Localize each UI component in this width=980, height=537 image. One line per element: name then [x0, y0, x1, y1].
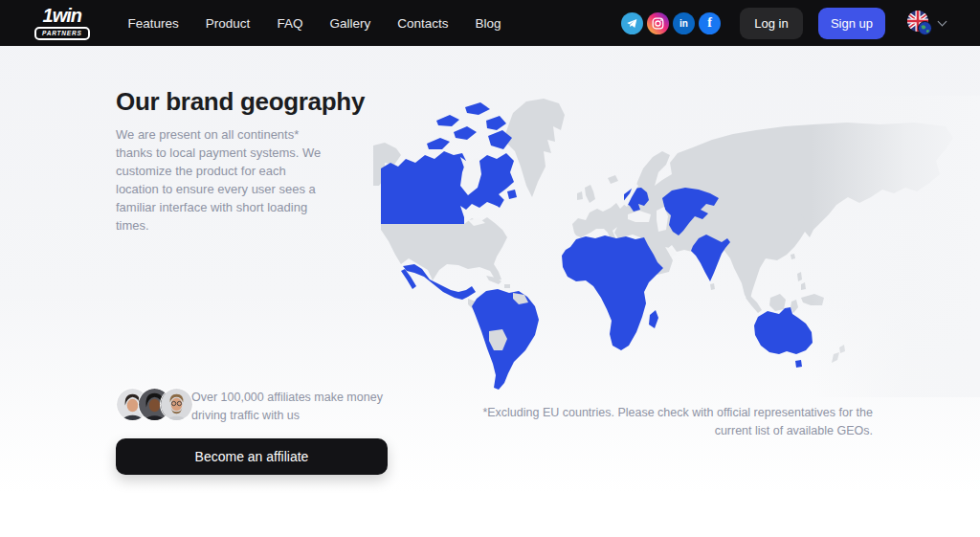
map-region-iceland — [608, 175, 618, 184]
map-region-sulawesi — [791, 300, 798, 313]
map-region-australia — [754, 307, 813, 354]
map-region-new-zealand — [832, 345, 845, 363]
nav-item-features[interactable]: Features — [128, 16, 179, 31]
map-region-borneo — [769, 294, 786, 311]
map-region-new-guinea — [801, 294, 824, 305]
map-region-usa — [381, 217, 507, 280]
nav-item-product[interactable]: Product — [206, 16, 251, 31]
logo-badge: PARTNERS — [34, 27, 90, 40]
map-region-sri-lanka — [710, 283, 715, 290]
nav-item-gallery[interactable]: Gallery — [329, 16, 370, 31]
map-region-tasmania — [795, 360, 802, 368]
become-affiliate-button[interactable]: Become an affiliate — [116, 438, 388, 475]
map-region-sumatra — [746, 295, 762, 313]
map-region-canada — [381, 151, 514, 224]
globe-icon — [919, 22, 932, 35]
instagram-icon[interactable] — [647, 12, 669, 34]
nav-item-contacts[interactable]: Contacts — [397, 16, 448, 31]
language-selector[interactable] — [906, 10, 946, 36]
map-region-taiwan — [791, 254, 795, 259]
map-region-philippines — [797, 272, 806, 290]
top-navigation-bar: 1win PARTNERS Features Product FAQ Galle… — [0, 0, 980, 46]
uk-flag-icon — [906, 10, 933, 36]
nav-item-blog[interactable]: Blog — [475, 16, 501, 31]
logo-text: 1win — [43, 6, 81, 25]
telegram-icon[interactable] — [621, 12, 643, 34]
map-hudson-bay — [460, 157, 479, 191]
login-button[interactable]: Log in — [740, 8, 803, 39]
telegram-plane-glyph — [626, 17, 638, 30]
landing-page: 1win PARTNERS Features Product FAQ Galle… — [0, 0, 980, 537]
chevron-down-icon — [938, 16, 947, 26]
map-region-ireland — [577, 191, 583, 200]
social-links: in f — [621, 12, 721, 34]
main-nav: Features Product FAQ Gallery Contacts Bl… — [128, 16, 501, 31]
linkedin-icon[interactable]: in — [673, 12, 695, 34]
map-region-madagascar — [649, 310, 658, 328]
geo-footnote: *Excluding EU countries. Please check wi… — [461, 404, 873, 440]
map-region-hispaniola — [504, 284, 510, 288]
signup-button[interactable]: Sign up — [818, 8, 885, 39]
brand-logo[interactable]: 1win PARTNERS — [34, 6, 90, 40]
map-region-uk — [585, 185, 595, 203]
map-region-africa — [562, 235, 663, 350]
hero-description: We are present on all continents* thanks… — [116, 125, 324, 235]
instagram-camera-glyph — [652, 17, 664, 30]
avatar — [160, 388, 193, 421]
map-region-india — [691, 235, 730, 281]
header-actions: in f Log in Sign up — [621, 8, 946, 39]
affiliate-avatars — [116, 388, 193, 421]
page-title: Our brand geography — [116, 87, 365, 117]
map-region-greenland — [505, 99, 565, 197]
facebook-icon[interactable]: f — [699, 12, 721, 34]
nav-item-faq[interactable]: FAQ — [277, 16, 302, 31]
world-map — [373, 96, 980, 397]
